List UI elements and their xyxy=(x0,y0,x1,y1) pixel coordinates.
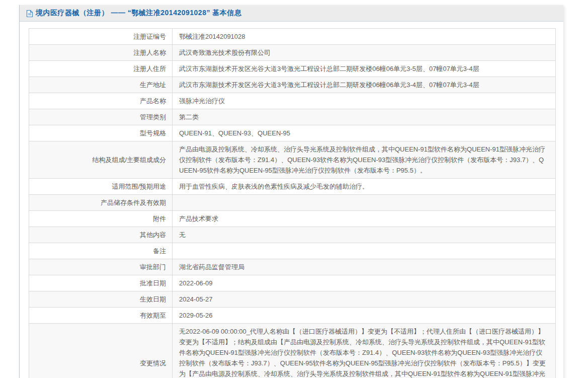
row-value: 武汉市东湖新技术开发区光谷大道3号激光工程设计总部二期研发楼06幢06单元3-5… xyxy=(173,61,556,77)
row-label: 型号规格 xyxy=(29,125,173,141)
row-value: 武汉奇致激光技术股份有限公司 xyxy=(173,45,556,61)
row-label: 有效期至 xyxy=(29,308,173,324)
table-row: 注册人名称 武汉奇致激光技术股份有限公司 xyxy=(29,45,556,61)
row-label: 注册人名称 xyxy=(29,45,173,61)
row-value: 武汉市东湖新技术开发区光谷大道3号激光工程设计总部二期研发楼06幢06单元3-4… xyxy=(173,77,556,93)
row-label: 变更情况 xyxy=(29,324,173,378)
row-label: 适用范围/预期用途 xyxy=(29,179,173,195)
table-row: 注册证编号 鄂械注准20142091028 xyxy=(29,29,556,45)
table-row: 附件 产品技术要求 xyxy=(29,211,556,227)
row-label: 审批部门 xyxy=(29,259,173,275)
row-value: 鄂械注准20142091028 xyxy=(173,29,556,45)
row-value xyxy=(173,195,556,211)
row-value: 产品由电源及控制系统、冷却系统、治疗头导光系统及控制软件组成，其中QUEEN-9… xyxy=(173,141,556,179)
document-icon xyxy=(26,10,33,18)
row-label: 批准日期 xyxy=(29,275,173,291)
row-value: 产品技术要求 xyxy=(173,211,556,227)
table-row: 有效期至 2029-05-26 xyxy=(29,308,556,324)
table-row: 批准日期 2022-06-09 xyxy=(29,275,556,291)
table-row: 管理类别 第二类 xyxy=(29,109,556,125)
row-label: 注册证编号 xyxy=(29,29,173,45)
row-value: 第二类 xyxy=(173,109,556,125)
row-value: 无 xyxy=(173,227,556,243)
row-value: 2022-06-09 xyxy=(173,275,556,291)
row-label: 其他内容 xyxy=(29,227,173,243)
table-row: 适用范围/预期用途 用于血管性疾病、皮肤表浅的色素性疾病及减少毛发的辅助治疗。 xyxy=(29,179,556,195)
table-row: 产品储存条件及有效期 xyxy=(29,195,556,211)
row-value: 强脉冲光治疗仪 xyxy=(173,93,556,109)
row-value xyxy=(173,243,556,259)
row-label: 管理类别 xyxy=(29,109,173,125)
row-label: 生产地址 xyxy=(29,77,173,93)
panel-body: 注册证编号 鄂械注准20142091028 注册人名称 武汉奇致激光技术股份有限… xyxy=(20,22,563,378)
row-label: 结构及组成/主要组成成分 xyxy=(29,141,173,179)
row-value: 2024-05-27 xyxy=(173,291,556,308)
row-value: 无2022-06-09 00:00:00_代理人名称由【（进口医疗器械适用）】变… xyxy=(173,324,556,378)
row-value: 2029-05-26 xyxy=(173,308,556,324)
row-label: 备注 xyxy=(29,243,173,259)
row-label: 生效日期 xyxy=(29,291,173,308)
table-row: 型号规格 QUEEN-91、QUEEN-93、QUEEN-95 xyxy=(29,125,556,141)
row-value: QUEEN-91、QUEEN-93、QUEEN-95 xyxy=(173,125,556,141)
row-label: 产品储存条件及有效期 xyxy=(29,195,173,211)
table-row: 变更情况 无2022-06-09 00:00:00_代理人名称由【（进口医疗器械… xyxy=(29,324,556,378)
row-value: 用于血管性疾病、皮肤表浅的色素性疾病及减少毛发的辅助治疗。 xyxy=(173,179,556,195)
row-label: 附件 xyxy=(29,211,173,227)
page-title: 境内医疗器械（注册） —— “鄂械注准20142091028” 基本信息 xyxy=(36,9,241,18)
table-row: 其他内容 无 xyxy=(29,227,556,243)
page: 境内医疗器械（注册） —— “鄂械注准20142091028” 基本信息 注册证… xyxy=(0,0,588,378)
table-row: 备注 xyxy=(29,243,556,259)
registration-info-table: 注册证编号 鄂械注准20142091028 注册人名称 武汉奇致激光技术股份有限… xyxy=(29,28,556,378)
panel-header: 境内医疗器械（注册） —— “鄂械注准20142091028” 基本信息 xyxy=(20,5,563,22)
row-value: 湖北省药品监督管理局 xyxy=(173,259,556,275)
table-row: 审批部门 湖北省药品监督管理局 xyxy=(29,259,556,275)
table-row: 注册人住所 武汉市东湖新技术开发区光谷大道3号激光工程设计总部二期研发楼06幢0… xyxy=(29,61,556,77)
table-row: 生效日期 2024-05-27 xyxy=(29,291,556,308)
table-row: 生产地址 武汉市东湖新技术开发区光谷大道3号激光工程设计总部二期研发楼06幢06… xyxy=(29,77,556,93)
row-label: 注册人住所 xyxy=(29,61,173,77)
table-row: 结构及组成/主要组成成分 产品由电源及控制系统、冷却系统、治疗头导光系统及控制软… xyxy=(29,141,556,179)
registration-panel: 境内医疗器械（注册） —— “鄂械注准20142091028” 基本信息 注册证… xyxy=(19,5,563,378)
table-row: 产品名称 强脉冲光治疗仪 xyxy=(29,93,556,109)
row-label: 产品名称 xyxy=(29,93,173,109)
